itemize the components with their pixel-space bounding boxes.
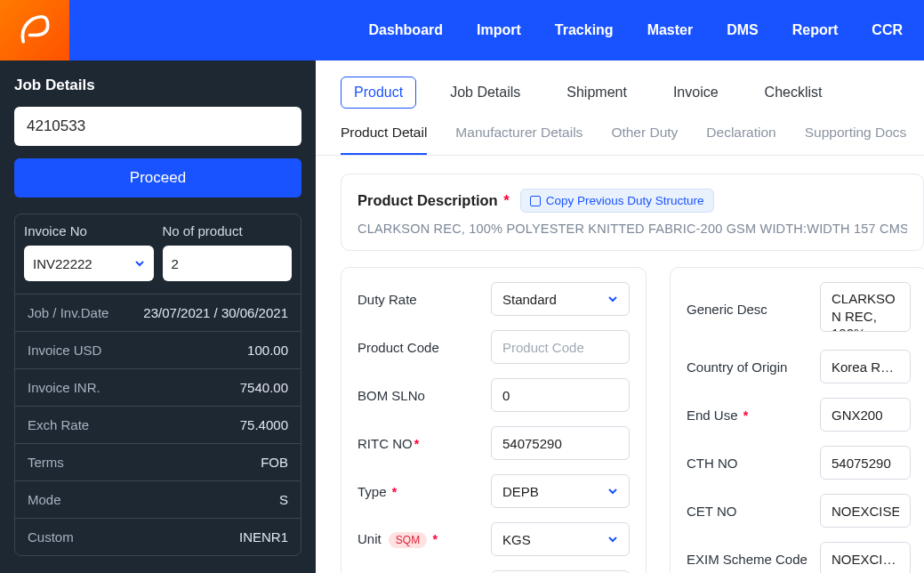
- sidebar-panel: Invoice No INV22222 No of product Job / …: [14, 214, 301, 556]
- nav-master[interactable]: Master: [647, 22, 694, 38]
- nav-report[interactable]: Report: [792, 22, 839, 38]
- tab-product[interactable]: Product: [341, 77, 416, 109]
- row-label: Exch Rate: [28, 417, 89, 432]
- bom-slno-label: BOM SLNo: [358, 388, 491, 403]
- exim-scheme-1-select[interactable]: NOEXCISE: [820, 542, 911, 573]
- copy-previous-duty-button[interactable]: Copy Previous Duty Structure: [520, 189, 714, 213]
- ritc-no-input[interactable]: [491, 426, 630, 460]
- logo: [0, 0, 69, 61]
- country-origin-select[interactable]: Korea Rebublic of: [820, 350, 911, 383]
- sidebar-title: Job Details: [14, 77, 301, 94]
- end-use-select[interactable]: GNX200: [820, 398, 911, 432]
- product-description-text: CLARKSON REC, 100% POLYESTER KNITTED FAB…: [358, 222, 907, 236]
- nav-dms[interactable]: DMS: [727, 22, 759, 38]
- row-value: 75.4000: [240, 417, 288, 432]
- top-bar: Dashboard Import Tracking Master DMS Rep…: [0, 0, 924, 61]
- top-nav: Dashboard Import Tracking Master DMS Rep…: [69, 22, 924, 38]
- exim-scheme-1-label: EXIM Scheme Code: [687, 552, 820, 567]
- chevron-down-icon: [607, 486, 618, 496]
- invoice-no-label: Invoice No: [24, 223, 154, 238]
- subtab-manufacturer[interactable]: Manufacturer Details: [455, 125, 583, 155]
- product-description-title: Product Description *: [358, 192, 510, 209]
- row-value: 23/07/2021 / 30/06/2021: [143, 305, 288, 320]
- unit-label: Unit SQM *: [358, 531, 491, 548]
- ritc-no-label: RITC NO*: [358, 436, 491, 451]
- row-value: 7540.00: [240, 380, 288, 395]
- chevron-down-icon: [607, 294, 618, 304]
- sidebar: Job Details Proceed Invoice No INV22222 …: [0, 61, 316, 573]
- row-label: Mode: [28, 492, 61, 507]
- primary-tabs: Product Job Details Shipment Invoice Che…: [316, 61, 924, 109]
- checkbox-icon: [530, 196, 541, 206]
- nav-ccr[interactable]: CCR: [872, 22, 903, 38]
- job-number-input[interactable]: [14, 107, 301, 146]
- row-label: Job / Inv.Date: [28, 305, 108, 320]
- secondary-tabs: Product Detail Manufacturer Details Othe…: [316, 109, 924, 156]
- nav-dashboard[interactable]: Dashboard: [368, 22, 443, 38]
- row-value: FOB: [261, 455, 288, 470]
- product-code-input[interactable]: [491, 330, 630, 364]
- main-panel: Product Job Details Shipment Invoice Che…: [316, 61, 924, 573]
- left-form: Duty Rate Standard Product Code BOM SLNo: [341, 267, 647, 573]
- tab-shipment[interactable]: Shipment: [554, 77, 639, 108]
- duty-rate-label: Duty Rate: [358, 292, 491, 307]
- tab-job-details[interactable]: Job Details: [438, 77, 533, 108]
- cet-no-label: CET NO: [687, 504, 820, 519]
- type-select[interactable]: DEPB: [491, 474, 630, 508]
- row-value: 100.00: [247, 343, 288, 358]
- no-of-product-input[interactable]: [163, 246, 293, 281]
- row-label: Terms: [28, 455, 64, 470]
- type-label: Type *: [358, 484, 491, 499]
- nav-tracking[interactable]: Tracking: [555, 22, 614, 38]
- subtab-product-detail[interactable]: Product Detail: [341, 125, 427, 155]
- bom-slno-input[interactable]: [491, 378, 630, 412]
- generic-desc-input[interactable]: CLARKSON REC, 100% POLYESTER KNITTED FAB…: [820, 282, 911, 332]
- tab-invoice[interactable]: Invoice: [661, 77, 731, 108]
- row-label: Invoice USD: [28, 343, 101, 358]
- cet-no-input[interactable]: [820, 494, 911, 528]
- subtab-other-duty[interactable]: Other Duty: [611, 125, 678, 155]
- country-origin-label: Country of Origin: [687, 359, 820, 375]
- row-value: S: [279, 492, 288, 507]
- row-label: Invoice INR.: [28, 380, 100, 395]
- nav-import[interactable]: Import: [477, 22, 521, 38]
- chevron-down-icon: [607, 534, 618, 545]
- tab-checklist[interactable]: Checklist: [752, 77, 835, 108]
- subtab-declaration[interactable]: Declaration: [706, 125, 775, 155]
- cth-no-input[interactable]: [820, 446, 911, 480]
- proceed-button[interactable]: Proceed: [14, 158, 301, 198]
- end-use-label: End Use *: [687, 408, 820, 423]
- chevron-down-icon: [134, 258, 145, 269]
- right-form: Generic Desc CLARKSON REC, 100% POLYESTE…: [670, 267, 924, 573]
- product-description-card: Product Description * Copy Previous Duty…: [341, 174, 924, 251]
- unit-select[interactable]: KGS: [491, 522, 630, 556]
- row-value: INENR1: [239, 529, 288, 545]
- cth-no-label: CTH NO: [687, 456, 820, 471]
- subtab-supporting-docs[interactable]: Supporting Docs: [805, 125, 907, 155]
- duty-rate-select[interactable]: Standard: [491, 282, 630, 316]
- invoice-no-select[interactable]: INV22222: [24, 246, 154, 281]
- product-code-label: Product Code: [358, 340, 491, 355]
- sqm-badge: SQM: [389, 532, 427, 548]
- row-label: Custom: [28, 529, 74, 545]
- generic-desc-label: Generic Desc: [687, 302, 820, 317]
- no-of-product-label: No of product: [163, 223, 293, 238]
